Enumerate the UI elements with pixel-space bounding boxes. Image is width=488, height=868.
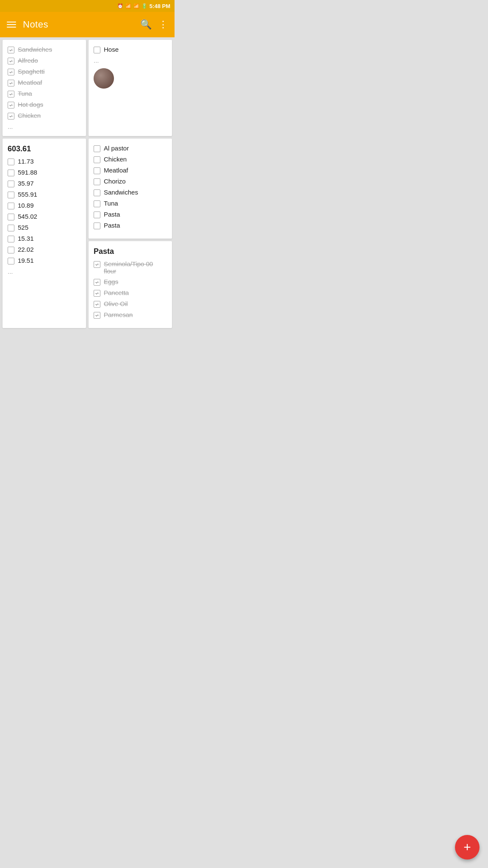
item-label: Tuna	[18, 90, 32, 97]
item-label: 545.02	[18, 213, 37, 220]
checkbox-sandwiches2[interactable]	[94, 189, 100, 196]
checkbox-meatloaf2[interactable]	[94, 167, 100, 174]
checkbox-2202[interactable]	[8, 247, 14, 253]
item-label: Olive Oil	[104, 300, 128, 307]
right-bottom-card[interactable]: Pasta Seminola/Tipo 00 flour Eggs Pancet…	[89, 241, 172, 328]
status-time: 5:48 PM	[150, 3, 170, 9]
checkbox-54502[interactable]	[8, 214, 14, 220]
item-label: Meatloaf	[18, 79, 42, 86]
checkbox-chicken2[interactable]	[94, 156, 100, 163]
right-top-card[interactable]: Hose ...	[89, 40, 172, 136]
checkbox-hose[interactable]	[94, 47, 100, 53]
checkbox-525[interactable]	[8, 225, 14, 231]
item-label: 15.31	[18, 235, 34, 242]
ellipsis-right-top: ...	[94, 57, 167, 64]
item-label: Pasta	[104, 211, 120, 218]
item-label: Chicken	[104, 156, 127, 163]
item-label: 11.73	[18, 158, 34, 165]
checkbox-flour[interactable]	[94, 261, 100, 268]
item-label: 19.51	[18, 257, 34, 264]
right-middle-card[interactable]: Al pastor Chicken Meatloaf Chorizo Sandw…	[89, 139, 172, 239]
item-label: Hot dogs	[18, 101, 43, 108]
checkbox-tuna2[interactable]	[94, 200, 100, 207]
item-label: Sandwiches	[104, 189, 138, 196]
notes-grid: Sandwiches Alfredo Spaghetti Meatloaf Tu…	[0, 37, 175, 331]
checkbox-chorizo[interactable]	[94, 178, 100, 185]
checkbox-spaghetti[interactable]	[8, 69, 14, 75]
app-bar: Notes 🔍 ⋮	[0, 12, 175, 37]
checkbox-55591[interactable]	[8, 192, 14, 198]
battery-icon: 🔋	[141, 3, 147, 9]
item-label: Pasta	[104, 222, 120, 229]
more-vert-icon[interactable]: ⋮	[158, 19, 168, 30]
ellipsis-left-top: ...	[8, 123, 81, 130]
item-label: Alfredo	[18, 57, 38, 64]
checkbox-meatloaf[interactable]	[8, 80, 14, 86]
left-top-card[interactable]: Sandwiches Alfredo Spaghetti Meatloaf Tu…	[3, 40, 86, 136]
checkbox-1951[interactable]	[8, 258, 14, 264]
left-bottom-card[interactable]: 603.61 11.73 591.88 35.97 555.91 10.89 5…	[3, 139, 86, 328]
checkbox-hotdogs[interactable]	[8, 102, 14, 108]
list-item: 545.02	[8, 213, 81, 220]
list-item: 15.31	[8, 235, 81, 242]
item-label: Pancetta	[104, 289, 129, 296]
checkbox-pasta2[interactable]	[94, 223, 100, 229]
list-item: Meatloaf	[94, 167, 167, 174]
checkbox-tuna[interactable]	[8, 91, 14, 97]
item-label: Tuna	[104, 200, 118, 207]
checkbox-3597[interactable]	[8, 181, 14, 187]
list-item: 19.51	[8, 257, 81, 264]
list-item: Spaghetti	[8, 68, 81, 75]
item-label: 22.02	[18, 246, 34, 253]
list-item: Pasta	[94, 222, 167, 229]
alarm-icon: ⏰	[117, 3, 123, 9]
wifi-icon: 📶	[125, 3, 131, 9]
item-label: Chicken	[18, 112, 41, 119]
item-label: Meatloaf	[104, 167, 128, 174]
list-item: Meatloaf	[8, 79, 81, 86]
checkbox-oliveoil[interactable]	[94, 301, 100, 308]
checkbox-pasta1[interactable]	[94, 211, 100, 218]
list-item: Pasta	[94, 211, 167, 218]
checkbox-alfredo[interactable]	[8, 58, 14, 64]
list-item: 22.02	[8, 246, 81, 253]
checkbox-1089[interactable]	[8, 203, 14, 209]
checkbox-alpastor[interactable]	[94, 145, 100, 152]
list-item: Hot dogs	[8, 101, 81, 108]
item-label: 10.89	[18, 202, 34, 209]
checkbox-pancetta[interactable]	[94, 290, 100, 297]
item-label: Seminola/Tipo 00 flour	[104, 260, 167, 275]
list-item: Parmesan	[94, 311, 167, 319]
avatar-image	[94, 68, 114, 89]
item-label: 35.97	[18, 180, 34, 187]
checkbox-1531[interactable]	[8, 236, 14, 242]
list-item: Al pastor	[94, 145, 167, 152]
list-item: Alfredo	[8, 57, 81, 64]
checkbox-parmesan[interactable]	[94, 312, 100, 319]
item-label: Al pastor	[104, 145, 129, 152]
list-item: Eggs	[94, 278, 167, 286]
list-item: Tuna	[94, 200, 167, 207]
item-label: 591.88	[18, 169, 37, 176]
ellipsis-left-bottom: ...	[8, 268, 81, 275]
list-item: Olive Oil	[94, 300, 167, 308]
app-title: Notes	[23, 19, 133, 30]
list-item: Chorizo	[94, 178, 167, 185]
signal-icon: 📶	[133, 3, 139, 9]
list-item: Sandwiches	[8, 46, 81, 53]
search-icon[interactable]: 🔍	[140, 19, 152, 30]
checkbox-eggs[interactable]	[94, 279, 100, 286]
list-item: Pancetta	[94, 289, 167, 297]
list-item: 555.91	[8, 191, 81, 198]
list-item: Seminola/Tipo 00 flour	[94, 260, 167, 275]
hamburger-menu-button[interactable]	[7, 22, 16, 28]
checkbox-chicken[interactable]	[8, 113, 14, 120]
item-label: 555.91	[18, 191, 37, 198]
checkbox-59188[interactable]	[8, 170, 14, 176]
checkbox-1173[interactable]	[8, 159, 14, 165]
list-item: 10.89	[8, 202, 81, 209]
note-title-pasta: Pasta	[94, 247, 167, 256]
list-item: Tuna	[8, 90, 81, 97]
status-bar: ⏰ 📶 📶 🔋 5:48 PM	[0, 0, 175, 12]
checkbox-sandwiches[interactable]	[8, 47, 14, 53]
